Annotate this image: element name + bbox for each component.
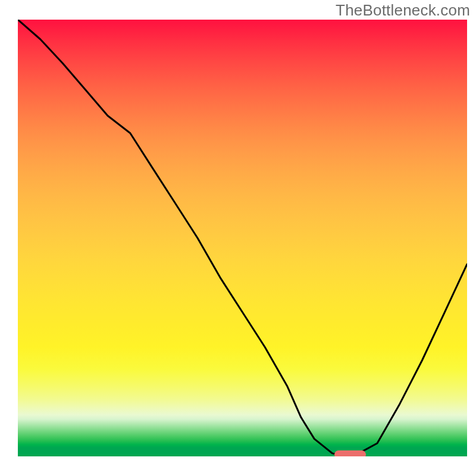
- bottleneck-chart: TheBottleneck.com: [0, 0, 476, 476]
- curve-layer: [18, 20, 467, 456]
- watermark-text: TheBottleneck.com: [336, 1, 470, 20]
- plot-area: [18, 20, 467, 456]
- bottleneck-curve: [18, 20, 467, 456]
- optimal-marker: [334, 450, 366, 456]
